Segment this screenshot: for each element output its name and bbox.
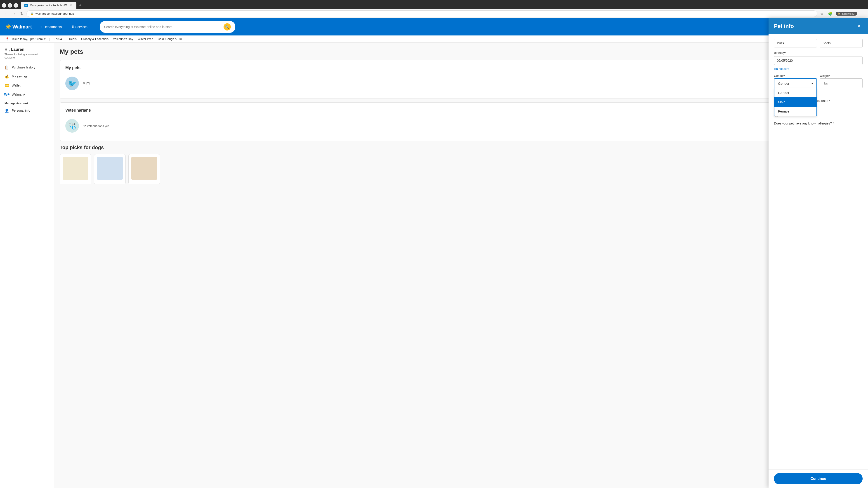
manage-account-section-title: Manage Account <box>0 99 54 106</box>
back-button[interactable]: ← <box>3 11 9 17</box>
grocery-link[interactable]: Grocery & Essentials <box>81 37 108 41</box>
vets-section-title: Veterinarians <box>65 108 857 113</box>
allergies-question: Does your pet have any known allergies? … <box>774 122 863 125</box>
main-content: Hi, Lauren Thanks for being a Walmart cu… <box>0 43 868 488</box>
birthday-label: Birthday* <box>774 51 863 55</box>
minimize-button[interactable]: — <box>2 3 6 8</box>
weight-input[interactable] <box>819 78 863 88</box>
deals-link[interactable]: Deals <box>69 37 76 41</box>
chevron-down-icon: ▾ <box>44 37 46 41</box>
sidebar-greeting: Hi, Lauren Thanks for being a Walmart cu… <box>0 47 54 63</box>
gender-selected-value: Gender <box>778 82 789 86</box>
name-fields-row <box>774 43 863 47</box>
pet-item-mimi[interactable]: 🐦 Mimi <box>65 74 857 93</box>
departments-button[interactable]: ⊞ Departments <box>37 24 64 30</box>
refresh-button[interactable]: ↻ <box>19 11 25 17</box>
products-row <box>60 154 863 184</box>
incognito-icon: 🕵️ <box>837 12 841 15</box>
modal-footer: Continue <box>769 469 868 488</box>
search-button[interactable]: 🔍 <box>223 23 231 31</box>
valentine-link[interactable]: Valentine's Day <box>113 37 133 41</box>
tab-title: Manage Account - Pet hub - Wi <box>30 4 67 7</box>
gender-dropdown-menu: Gender Male Female <box>774 88 817 116</box>
product-image-3 <box>131 157 157 180</box>
address-bar[interactable]: 🔒 walmart.com/account/pet-hub <box>26 10 817 17</box>
sidebar-item-personal-info[interactable]: 👤 Personal info <box>0 106 54 115</box>
pickup-label: Pickup today, 9pm-10pm <box>10 37 43 41</box>
gender-field-label: Gender* <box>774 74 817 77</box>
sidebar-item-wallet[interactable]: 💳 Wallet <box>0 81 54 90</box>
pet-info-modal: Pet info × Birthday* I <box>769 43 868 488</box>
last-name-input[interactable] <box>819 43 863 47</box>
product-image-1 <box>63 157 88 180</box>
maximize-button[interactable]: ⬜ <box>8 3 12 8</box>
walmart-logo[interactable]: ✳ Walmart <box>5 23 32 31</box>
url-text: walmart.com/account/pet-hub <box>35 12 74 15</box>
sub-nav: Deals Grocery & Essentials Valentine's D… <box>69 37 182 41</box>
birthday-input[interactable] <box>774 56 863 65</box>
personal-info-label: Personal info <box>12 109 30 112</box>
lock-icon: 🔒 <box>30 12 34 15</box>
browser-toolbar: ← → ↻ 🔒 walmart.com/account/pet-hub ☆ 🧩 … <box>0 9 868 18</box>
veterinarians-card: Veterinarians 🩺 No veterinarians yet <box>60 102 863 141</box>
vet-info: No veterinarians yet <box>83 124 109 128</box>
pet-avatar-mimi: 🐦 <box>65 76 79 90</box>
walmart-spark-icon: ✳ <box>5 23 11 31</box>
divider: | <box>49 37 50 41</box>
gender-option-female[interactable]: Female <box>774 107 816 116</box>
product-card-3[interactable] <box>128 154 160 184</box>
not-sure-link[interactable]: I'm not sure <box>774 67 789 70</box>
winter-link[interactable]: Winter Prep <box>138 37 153 41</box>
first-name-input[interactable] <box>774 43 817 47</box>
sidebar-item-my-savings[interactable]: 💰 My savings <box>0 72 54 81</box>
gender-option-default[interactable]: Gender <box>774 88 816 97</box>
wallet-label: Wallet <box>12 84 20 87</box>
more-options-button[interactable]: ⋮ <box>859 11 865 17</box>
purchase-history-icon: 📋 <box>4 65 9 70</box>
services-label: Services <box>75 25 88 29</box>
my-pets-card: My pets 🐦 Mimi <box>60 60 863 99</box>
greeting-subtitle: Thanks for being a Walmart customer <box>4 53 50 59</box>
browser-tab-controls: — ⬜ ✕ <box>2 3 18 8</box>
forward-button[interactable]: → <box>11 11 17 17</box>
weight-field-label: Weight* <box>819 74 863 77</box>
bookmark-button[interactable]: ☆ <box>819 11 825 17</box>
page-title: My pets <box>60 48 863 55</box>
continue-button[interactable]: Continue <box>774 473 863 484</box>
extensions-button[interactable]: 🧩 <box>827 11 834 17</box>
sub-header: 📍 Pickup today, 9pm-10pm ▾ | 07094 Deals… <box>0 35 868 43</box>
product-card-2[interactable] <box>94 154 126 184</box>
departments-label: Departments <box>43 25 62 29</box>
new-tab-button[interactable]: + <box>77 2 84 9</box>
zipcode-text: 07094 <box>54 37 62 41</box>
close-window-button[interactable]: ✕ <box>13 3 18 8</box>
services-button[interactable]: ⠿ Services <box>69 24 90 30</box>
sidebar-item-purchase-history[interactable]: 📋 Purchase history <box>0 63 54 72</box>
cough-link[interactable]: Cold, Cough & Flu <box>158 37 182 41</box>
my-savings-label: My savings <box>12 74 28 78</box>
search-input[interactable] <box>104 25 222 29</box>
gender-option-male[interactable]: Male <box>774 97 816 107</box>
active-tab[interactable]: W Manage Account - Pet hub - Wi ✕ <box>21 2 76 9</box>
gender-weight-row: Gender ▾ Gender Male Female <box>774 78 863 88</box>
gender-weight-labels: Gender* Weight* <box>774 74 863 77</box>
sidebar-item-walmart-plus[interactable]: W+ Walmart+ <box>0 90 54 99</box>
gender-dropdown-container: Gender ▾ Gender Male Female <box>774 78 817 88</box>
last-name-group <box>819 43 863 47</box>
walmart-logo-text: Walmart <box>12 24 32 30</box>
services-dots-icon: ⠿ <box>72 25 74 29</box>
first-name-group <box>774 43 817 47</box>
location-info[interactable]: 📍 Pickup today, 9pm-10pm ▾ <box>5 37 46 41</box>
pet-name-mimi: Mimi <box>83 81 90 86</box>
tab-favicon: W <box>24 4 28 7</box>
page-wrapper: ✳ Walmart ⊞ Departments ⠿ Services 🔍 ↺ R… <box>0 18 868 488</box>
browser-tab-bar: — ⬜ ✕ W Manage Account - Pet hub - Wi ✕ … <box>0 0 868 9</box>
header-search[interactable]: 🔍 <box>100 21 235 33</box>
gender-select-button[interactable]: Gender ▾ <box>774 78 817 88</box>
product-card-1[interactable] <box>60 154 91 184</box>
birthday-group: Birthday* <box>774 51 863 65</box>
incognito-label: Incognito (3) <box>842 12 855 15</box>
tab-close-button[interactable]: ✕ <box>69 4 73 7</box>
wallet-icon: 💳 <box>4 83 9 88</box>
chevron-down-icon: ▾ <box>811 82 813 85</box>
